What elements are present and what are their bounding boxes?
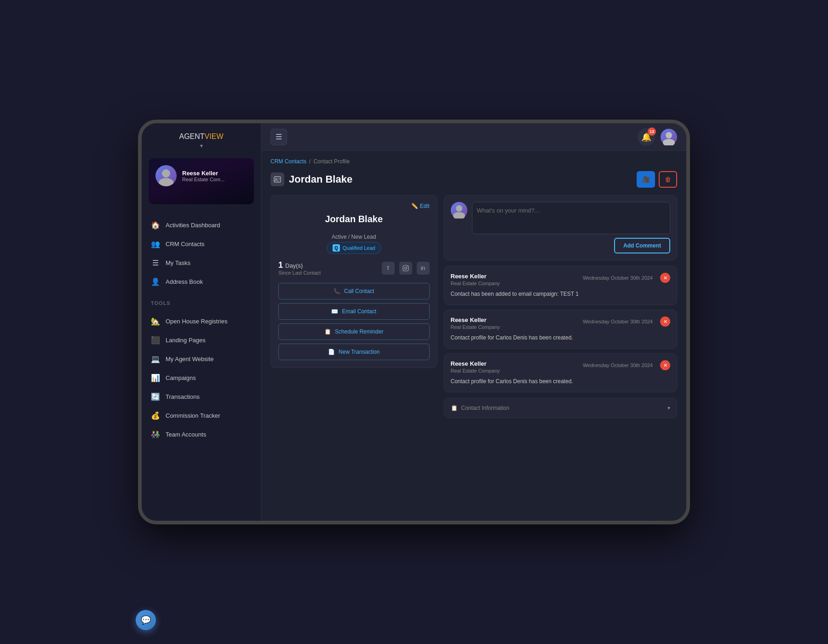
sidebar-item-team[interactable]: 👫 Team Accounts: [142, 425, 261, 444]
tasks-icon: ☰: [151, 259, 160, 267]
breadcrumb-separator: /: [309, 158, 310, 165]
email-contact-button[interactable]: ✉️ Email Contact: [278, 303, 430, 320]
svg-point-2: [666, 132, 672, 138]
logo-view-text: VIEW: [205, 132, 224, 140]
sidebar-item-landing[interactable]: ⬛ Landing Pages: [142, 331, 261, 350]
sidebar-item-addressbook-label: Address Book: [166, 278, 203, 285]
comment-input[interactable]: [472, 202, 671, 234]
new-transaction-button[interactable]: 📄 New Transaction: [278, 344, 430, 360]
transactions-icon: 🔄: [151, 392, 160, 401]
sidebar-item-tasks-label: My Tasks: [166, 259, 190, 266]
svg-rect-8: [403, 265, 408, 271]
sidebar-item-transactions[interactable]: 🔄 Transactions: [142, 387, 261, 406]
sidebar-item-tasks[interactable]: ☰ My Tasks: [142, 253, 261, 272]
edit-link[interactable]: ✏️ Edit: [411, 203, 430, 209]
sidebar-item-campaigns-label: Campaigns: [166, 374, 196, 381]
svg-point-10: [407, 266, 407, 266]
facebook-icon[interactable]: f: [382, 262, 395, 275]
activity-company: Real Estate Company: [451, 281, 500, 286]
contact-card: ✏️ Edit Jordan Blake Active / New Lead Q…: [270, 195, 437, 368]
commenter-avatar: [451, 202, 467, 218]
profile-name: Reese Keller: [182, 170, 224, 177]
notification-button[interactable]: 🔔 13: [638, 128, 655, 146]
activity-item: Reese Keller Real Estate Company Wednesd…: [444, 310, 678, 349]
sidebar-item-campaigns[interactable]: 📊 Campaigns: [142, 368, 261, 387]
activity-message: Contact profile for Carlos Denis has bee…: [451, 334, 671, 342]
reminder-icon: 📋: [324, 328, 331, 335]
activity-user-name: Reese Keller: [451, 316, 500, 323]
qualified-badge-icon: Q: [333, 244, 340, 252]
contact-name-display: Jordan Blake: [278, 214, 430, 224]
call-contact-button[interactable]: 📞 Call Contact: [278, 283, 430, 299]
activity-item: Reese Keller Real Estate Company Wednesd…: [444, 353, 678, 392]
breadcrumb-parent[interactable]: CRM Contacts: [270, 158, 306, 165]
avatar: [155, 165, 177, 186]
sidebar-item-addressbook[interactable]: 👤 Address Book: [142, 272, 261, 291]
svg-point-0: [162, 169, 170, 178]
video-icon: 🎥: [642, 176, 650, 183]
sidebar-item-team-label: Team Accounts: [166, 431, 206, 438]
sidebar-item-crm[interactable]: 👥 CRM Contacts: [142, 235, 261, 253]
instagram-icon[interactable]: [399, 262, 412, 275]
add-comment-button[interactable]: Add Comment: [614, 238, 670, 253]
edit-icon: ✏️: [411, 203, 418, 209]
svg-rect-4: [274, 177, 281, 182]
sidebar: AGENTVIEW ▾ Reese Keller Real Estate: [142, 123, 261, 521]
svg-point-12: [453, 212, 465, 218]
activity-date: Wednesday October 30th 2024: [583, 319, 653, 324]
svg-point-3: [663, 139, 675, 145]
activity-close-button[interactable]: ✕: [660, 273, 670, 283]
main-content: ☰ 🔔 13: [261, 123, 686, 521]
topbar-avatar[interactable]: [661, 129, 677, 145]
sidebar-item-activities[interactable]: 🏠 Activities Dashboard: [142, 216, 261, 235]
sidebar-item-openhouse-label: Open House Registries: [166, 318, 227, 325]
menu-button[interactable]: ☰: [270, 129, 287, 145]
landing-icon: ⬛: [151, 336, 160, 345]
right-column: Add Comment Reese Keller Real Estate Com…: [444, 195, 678, 418]
home-icon: 🏠: [151, 221, 160, 230]
logo: AGENTVIEW ▾: [142, 123, 261, 154]
action-buttons: 📞 Call Contact ✉️ Email Contact 📋 Schedu…: [278, 283, 430, 360]
team-icon: 👫: [151, 430, 160, 439]
svg-point-5: [276, 178, 277, 180]
tools-section-label: TOOLS: [142, 293, 261, 310]
sidebar-item-commission[interactable]: 💰 Commission Tracker: [142, 406, 261, 425]
activity-message: Contact has been added to email campaign…: [451, 290, 671, 298]
info-icon: 📋: [451, 405, 458, 411]
logo-chevron-icon[interactable]: ▾: [151, 143, 252, 149]
days-since-contact: 1 Day(s) Since Last Contact f: [278, 260, 430, 276]
activity-user-name: Reese Keller: [451, 273, 500, 280]
activity-message: Contact profile for Carlos Denis has bee…: [451, 377, 671, 385]
activity-company: Real Estate Company: [451, 324, 500, 330]
topbar: ☰ 🔔 13: [261, 123, 686, 151]
email-icon: ✉️: [331, 308, 338, 315]
social-links: f in: [382, 262, 430, 275]
since-label: Since Last Contact: [278, 270, 321, 276]
transaction-icon: 📄: [328, 349, 335, 355]
activity-close-button[interactable]: ✕: [660, 316, 670, 327]
user-profile-banner: Reese Keller Real Estate Com...: [149, 158, 254, 204]
trash-icon: 🗑: [665, 176, 671, 183]
svg-point-1: [159, 178, 173, 186]
address-icon: 👤: [151, 277, 160, 286]
schedule-reminder-button[interactable]: 📋 Schedule Reminder: [278, 323, 430, 340]
status-badge: Q Qualified Lead: [327, 242, 381, 254]
sidebar-item-activities-label: Activities Dashboard: [166, 222, 220, 229]
profile-company: Real Estate Com...: [182, 177, 224, 182]
linkedin-icon[interactable]: in: [417, 262, 430, 275]
sidebar-item-landing-label: Landing Pages: [166, 337, 206, 344]
chevron-down-icon: ▾: [667, 405, 670, 411]
sidebar-item-website[interactable]: 💻 My Agent Website: [142, 350, 261, 368]
sidebar-item-openhouse[interactable]: 🏡 Open House Registries: [142, 312, 261, 331]
activity-close-button[interactable]: ✕: [660, 360, 670, 370]
main-nav: 🏠 Activities Dashboard 👥 CRM Contacts ☰ …: [142, 213, 261, 293]
notification-badge: 13: [648, 127, 656, 136]
video-call-button[interactable]: 🎥: [637, 171, 655, 188]
breadcrumb-current: Contact Profile: [313, 158, 350, 165]
content-area: CRM Contacts / Contact Profile: [261, 151, 686, 521]
commission-icon: 💰: [151, 411, 160, 420]
two-column-layout: ✏️ Edit Jordan Blake Active / New Lead Q…: [270, 195, 677, 418]
breadcrumb: CRM Contacts / Contact Profile: [270, 158, 677, 165]
contact-info-bar: 📋 Contact Information ▾: [444, 398, 678, 418]
delete-contact-button[interactable]: 🗑: [659, 171, 677, 188]
